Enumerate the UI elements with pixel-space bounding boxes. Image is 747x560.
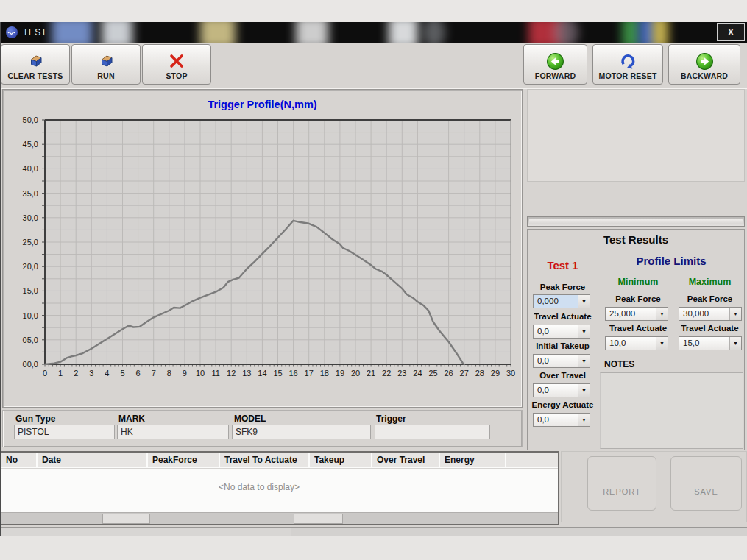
- chevron-down-icon[interactable]: ▼: [656, 337, 668, 350]
- trigger-input[interactable]: [375, 425, 490, 439]
- chevron-down-icon[interactable]: ▼: [729, 337, 741, 350]
- svg-text:28: 28: [475, 369, 484, 378]
- energy-actuate-select[interactable]: 0,0 ▼: [533, 413, 590, 427]
- identification-section: Serial Number RfID Tag: [527, 183, 745, 215]
- notes-textarea[interactable]: [600, 372, 743, 449]
- over-travel-select[interactable]: 0,0 ▼: [533, 383, 590, 397]
- clear-tests-button[interactable]: CLEAR TESTS: [1, 44, 70, 85]
- energy-actuate-label: Energy Actuate: [528, 400, 598, 409]
- titlebar-blur-blob: [296, 22, 328, 43]
- minimum-header: Minimum: [601, 277, 675, 287]
- over-travel-value: 0,0: [534, 384, 578, 397]
- travel-actuate-select[interactable]: 0,0 ▼: [533, 325, 590, 339]
- chevron-down-icon[interactable]: ▼: [729, 308, 741, 320]
- desktop-bottom-strip: [0, 536, 747, 560]
- chevron-down-icon[interactable]: ▼: [578, 384, 590, 397]
- column-header-peakforce[interactable]: PeakForce: [148, 453, 219, 467]
- max-travel-actuate-value: 15,0: [679, 337, 729, 350]
- min-travel-actuate-select[interactable]: 10,0 ▼: [605, 336, 668, 350]
- backward-button[interactable]: BACKWARD: [668, 44, 740, 85]
- progress-bar: [527, 216, 745, 227]
- svg-text:18: 18: [320, 369, 329, 378]
- motor-reset-button[interactable]: MOTOR RESET: [592, 44, 663, 85]
- max-peak-force-select[interactable]: 30,000 ▼: [679, 307, 742, 321]
- model-label: MODEL: [234, 414, 266, 424]
- no-data-text: <No data to display>: [1, 482, 517, 492]
- energy-actuate-value: 0,0: [534, 414, 578, 426]
- travel-actuate-label: Travel Actuate: [528, 312, 598, 321]
- column-header-energy[interactable]: Energy: [440, 453, 505, 467]
- backward-label: BACKWARD: [681, 71, 728, 80]
- results-table-header: No Date PeakForce Travel To Actuate Take…: [1, 453, 558, 469]
- travel-actuate-value: 0,0: [534, 325, 578, 338]
- titlebar-blur-blob: [423, 22, 445, 43]
- trigger-label: Trigger: [376, 414, 406, 424]
- forward-button[interactable]: FORWARD: [523, 44, 587, 85]
- chart-title: Trigger Profile(N,mm): [3, 99, 522, 110]
- scrollbar-thumb[interactable]: [294, 514, 343, 524]
- svg-text:30: 30: [506, 369, 515, 378]
- profile-limits-column: Profile Limits Minimum Maximum Peak Forc…: [598, 249, 744, 450]
- svg-text:23: 23: [397, 369, 406, 378]
- test1-column: Test 1 Peak Force 0,000 ▼ Travel Actuate…: [528, 249, 598, 450]
- svg-text:4: 4: [105, 369, 109, 378]
- column-header-date[interactable]: Date: [38, 453, 146, 467]
- min-peak-force-select[interactable]: 25,000 ▼: [605, 307, 668, 321]
- max-peak-force-value: 30,000: [679, 308, 729, 320]
- stop-button[interactable]: STOP: [142, 44, 211, 85]
- results-table[interactable]: No Date PeakForce Travel To Actuate Take…: [0, 451, 559, 525]
- table-scrollbar[interactable]: [1, 512, 558, 524]
- mark-label: MARK: [118, 414, 145, 424]
- run-button[interactable]: RUN: [71, 44, 141, 85]
- svg-text:00,0: 00,0: [23, 360, 38, 369]
- svg-text:16: 16: [288, 369, 297, 378]
- initial-takeup-select[interactable]: 0,0 ▼: [533, 354, 590, 368]
- svg-text:3: 3: [89, 369, 93, 378]
- green-arrow-left-icon: [546, 51, 564, 71]
- trigger-profile-chart: 00,005,010,015,020,025,030,035,040,045,0…: [3, 110, 522, 383]
- close-button[interactable]: X: [717, 23, 745, 41]
- stop-x-icon: [168, 51, 185, 71]
- save-button[interactable]: SAVE: [670, 456, 742, 511]
- progress-bar-track: [529, 219, 743, 224]
- right-blank-panel: [527, 89, 745, 182]
- max-travel-actuate-select[interactable]: 15,0 ▼: [679, 336, 742, 350]
- chevron-down-icon[interactable]: ▼: [578, 355, 590, 367]
- chevron-down-icon[interactable]: ▼: [578, 325, 590, 338]
- svg-text:45,0: 45,0: [23, 140, 38, 149]
- svg-text:11: 11: [211, 369, 219, 378]
- column-header-travel-to-actuate[interactable]: Travel To Actuate: [220, 453, 308, 467]
- chevron-down-icon[interactable]: ▼: [578, 414, 590, 426]
- initial-takeup-label: Initial Takeup: [528, 341, 598, 350]
- chevron-down-icon[interactable]: ▼: [578, 295, 590, 308]
- svg-text:9: 9: [183, 369, 187, 378]
- motor-reset-label: MOTOR RESET: [598, 71, 656, 80]
- svg-text:5: 5: [120, 369, 124, 378]
- scrollbar-thumb[interactable]: [102, 514, 150, 524]
- report-button[interactable]: REPORT: [587, 456, 656, 511]
- min-peak-force-value: 25,000: [606, 308, 656, 320]
- window-title: TEST: [23, 27, 47, 38]
- svg-text:15: 15: [273, 369, 282, 378]
- gun-type-input[interactable]: [14, 425, 115, 439]
- model-input[interactable]: [232, 425, 371, 439]
- chevron-down-icon[interactable]: ▼: [656, 308, 668, 320]
- eraser-icon: [26, 51, 44, 71]
- peak-force-select[interactable]: 0,000 ▼: [533, 294, 590, 308]
- mark-input[interactable]: [117, 425, 229, 439]
- actions-panel: REPORT SAVE: [561, 451, 747, 522]
- column-header-takeup[interactable]: Takeup: [310, 453, 371, 467]
- desktop-top-strip: [0, 0, 747, 22]
- titlebar-blur-blob: [102, 22, 132, 43]
- column-header-over-travel[interactable]: Over Travel: [372, 453, 439, 467]
- svg-text:6: 6: [136, 369, 141, 378]
- window-left-edge: [0, 22, 1, 536]
- clear-tests-label: CLEAR TESTS: [7, 71, 63, 80]
- min-peak-force-label: Peak Force: [601, 294, 675, 303]
- svg-text:10,0: 10,0: [23, 311, 38, 320]
- profile-limits-title: Profile Limits: [598, 255, 744, 267]
- svg-text:1: 1: [58, 369, 63, 378]
- column-header-no[interactable]: No: [1, 453, 36, 467]
- svg-text:25: 25: [428, 369, 437, 378]
- maximum-header: Maximum: [675, 277, 745, 287]
